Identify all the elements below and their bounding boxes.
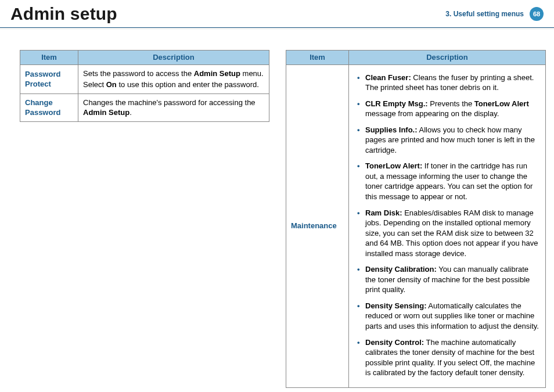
list-item: CLR Empty Msg.: Prevents the TonerLow Al… — [357, 99, 541, 119]
th-desc: Description — [78, 51, 269, 65]
row-item: Password Protect — [20, 64, 78, 93]
list-item: Density Calibration: You can manually ca… — [357, 264, 541, 295]
table-row: Maintenance Clean Fuser: Cleans the fuse… — [286, 64, 546, 387]
list-item: Supplies Info.: Allows you to check how … — [357, 125, 541, 156]
th-item: Item — [20, 51, 78, 65]
page-title: Admin setup — [10, 4, 117, 24]
header-meta: 3. Useful setting menus 68 — [445, 7, 544, 21]
list-item: Clean Fuser: Cleans the fuser by printin… — [357, 73, 541, 93]
maintenance-table: Item Description Maintenance Clean Fuser… — [286, 50, 546, 388]
table-row: Change Password Changes the machine's pa… — [20, 93, 269, 121]
th-desc: Description — [349, 51, 546, 65]
chapter-label: 3. Useful setting menus — [445, 10, 524, 18]
left-column: Item Description Password Protect Sets t… — [20, 50, 269, 388]
row-desc: Changes the machine's password for acces… — [78, 93, 269, 121]
row-item: Change Password — [20, 93, 78, 121]
page-header: Admin setup 3. Useful setting menus 68 — [0, 0, 554, 28]
password-table: Item Description Password Protect Sets t… — [20, 50, 269, 122]
list-item: Ram Disk: Enables/disables RAM disk to m… — [357, 208, 541, 259]
th-item: Item — [286, 51, 349, 65]
row-desc: Clean Fuser: Cleans the fuser by printin… — [349, 64, 546, 387]
row-desc: Sets the password to access the Admin Se… — [78, 64, 269, 93]
list-item: Density Control: The machine automatical… — [357, 337, 541, 378]
row-item: Maintenance — [286, 64, 349, 387]
page-number-badge: 68 — [530, 7, 544, 21]
content-area: Item Description Password Protect Sets t… — [0, 28, 554, 388]
list-item: TonerLow Alert: If toner in the cartridg… — [357, 161, 541, 202]
maintenance-list: Clean Fuser: Cleans the fuser by printin… — [354, 67, 541, 385]
table-row: Password Protect Sets the password to ac… — [20, 64, 269, 93]
right-column: Item Description Maintenance Clean Fuser… — [286, 50, 546, 388]
list-item: Density Sensing: Automatically calculate… — [357, 301, 541, 332]
